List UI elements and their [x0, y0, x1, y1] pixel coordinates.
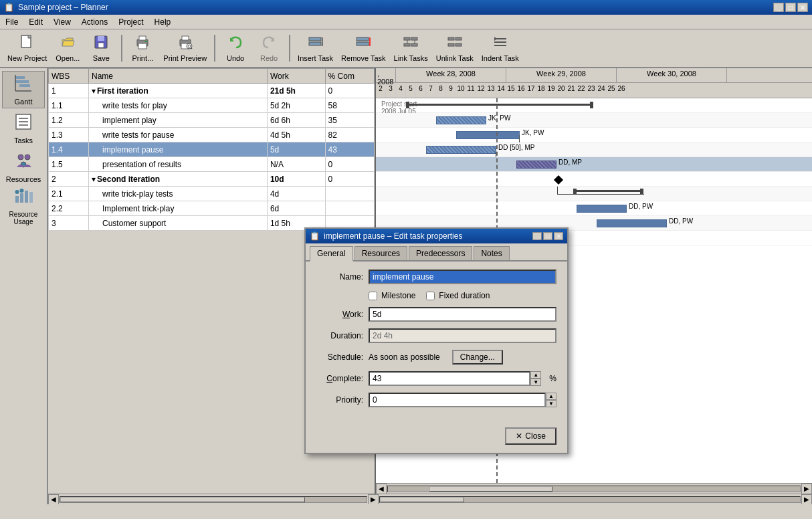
unlink-task-button[interactable]: Unlink Task	[433, 32, 477, 64]
dialog-icon: 📋	[310, 231, 320, 241]
iter2-bar[interactable]	[573, 190, 643, 192]
svg-rect-17	[309, 42, 321, 45]
tab-predecessors[interactable]: Predecessors	[409, 246, 472, 260]
maximize-button[interactable]: □	[785, 3, 796, 12]
scroll-thumb[interactable]	[429, 486, 553, 492]
work-input[interactable]	[369, 307, 556, 322]
print-button[interactable]: Print...	[126, 32, 159, 64]
gantt-week29-header: Week 29, 2008	[506, 68, 617, 82]
scroll-left-button[interactable]: ◀	[376, 484, 387, 494]
task-scroll-thumb[interactable]	[60, 497, 305, 502]
task-scroll-left[interactable]: ◀	[48, 494, 59, 505]
svg-rect-3	[98, 43, 104, 47]
change-button[interactable]: Change...	[452, 350, 503, 365]
horizontal-scrollbar[interactable]: ◀ ▶	[376, 483, 812, 494]
bar-1-2[interactable]	[456, 131, 520, 139]
close-button[interactable]: ✕ Close	[505, 427, 556, 445]
scroll-right-button[interactable]: ▶	[801, 484, 812, 494]
tab-general[interactable]: General	[310, 246, 353, 262]
cell-name-2[interactable]: implement play	[89, 113, 268, 128]
dialog-minimize[interactable]: _	[532, 232, 542, 240]
cell-name-9[interactable]: Customer support	[89, 216, 268, 231]
task-tbody: 1▾First iteration21d 5h01.1 write tests …	[49, 84, 375, 231]
complete-spin-up[interactable]: ▲	[530, 371, 541, 379]
percent-label: %	[549, 374, 556, 383]
cell-name-8[interactable]: Implement trick-play	[89, 201, 268, 216]
gantt-scroll-right[interactable]: ▶	[801, 494, 812, 505]
dialog-content: Name: Milestone Fixed duration Work: Dur…	[306, 262, 567, 422]
cell-work-8: 6d	[267, 201, 325, 216]
minimize-button[interactable]: _	[773, 3, 784, 12]
cell-name-5[interactable]: presentation of results	[89, 157, 268, 172]
menu-actions[interactable]: Actions	[76, 16, 113, 28]
menu-help[interactable]: Help	[149, 16, 177, 28]
priority-spin-up[interactable]: ▲	[546, 393, 556, 400]
gantt-scroll-track[interactable]	[379, 496, 801, 503]
tab-notes[interactable]: Notes	[474, 246, 509, 260]
menu-file[interactable]: File	[0, 16, 23, 28]
cell-name-7[interactable]: write trick-play tests	[89, 187, 268, 201]
fixed-duration-checkbox[interactable]	[426, 292, 435, 300]
print-preview-button[interactable]: Print Preview	[160, 32, 210, 64]
complete-input[interactable]	[369, 371, 530, 386]
open-button[interactable]: Open...	[52, 32, 84, 64]
duration-input[interactable]	[369, 328, 556, 343]
bottom-scrollbar[interactable]: ◀ ▶ ▶	[48, 494, 812, 504]
cell-pct-2: 35	[325, 113, 374, 128]
dialog-title: implement pause – Edit task properties	[324, 231, 462, 241]
redo-button[interactable]: Redo	[253, 32, 285, 64]
cell-name-6[interactable]: ▾Second iteration	[89, 172, 268, 187]
bar-1-3[interactable]	[426, 146, 496, 154]
link-tasks-button[interactable]: Link Tasks	[391, 32, 431, 64]
sidebar-item-resources[interactable]: Resources	[2, 148, 45, 186]
toolbar-separator-3	[289, 35, 290, 62]
cell-name-0[interactable]: ▾First iteration	[89, 84, 268, 98]
undo-button[interactable]: Undo	[219, 32, 251, 64]
dialog-close-x[interactable]: ✕	[554, 232, 563, 240]
schedule-value: As soon as possible	[369, 352, 440, 362]
iteration1-bar[interactable]	[406, 104, 593, 106]
dialog-maximize[interactable]: □	[543, 232, 552, 240]
insert-task-button[interactable]: Insert Task	[294, 32, 336, 64]
resource-usage-icon	[14, 187, 33, 209]
cell-wbs-8: 2.2	[49, 201, 89, 216]
col-work: Work	[267, 69, 325, 84]
menu-project[interactable]: Project	[113, 16, 148, 28]
sidebar-item-gantt[interactable]: Gantt	[2, 71, 45, 108]
cell-pct-1: 58	[325, 98, 374, 113]
menu-view[interactable]: View	[48, 16, 76, 28]
priority-input[interactable]	[369, 393, 546, 407]
sidebar-item-resource-usage[interactable]: Resource Usage	[2, 187, 45, 225]
task-scroll-track[interactable]	[60, 496, 367, 503]
bar-2-1-label: DD, PW	[629, 203, 653, 210]
gantt-scroll-thumb[interactable]	[380, 497, 464, 502]
indent-task-button[interactable]: Indent Task	[478, 32, 522, 64]
bar-2-2[interactable]	[597, 219, 667, 227]
milestone-checkbox[interactable]	[369, 292, 377, 300]
cell-name-4[interactable]: implement pause	[89, 142, 268, 157]
new-project-button[interactable]: New Project	[4, 32, 50, 64]
bar-1-4[interactable]	[516, 161, 556, 169]
close-button[interactable]: ✕	[797, 3, 808, 12]
priority-spin-down[interactable]: ▼	[546, 400, 556, 407]
cell-name-1[interactable]: write tests for play	[89, 98, 268, 113]
remove-task-button[interactable]: Remove Task	[338, 32, 389, 64]
complete-spin-down[interactable]: ▼	[530, 379, 541, 386]
svg-rect-20	[357, 42, 369, 45]
sidebar-item-tasks[interactable]: Tasks	[2, 110, 45, 147]
menu-edit[interactable]: Edit	[23, 16, 48, 28]
conn-h-2	[557, 194, 644, 195]
bar-1-1[interactable]	[436, 116, 486, 124]
name-input[interactable]	[369, 270, 556, 284]
scroll-track[interactable]	[387, 486, 801, 492]
titlebar: 📋 Sample project – Planner _ □ ✕	[0, 0, 812, 15]
bar-2-1[interactable]	[577, 205, 627, 213]
cell-name-3[interactable]: write tests for pause	[89, 128, 268, 142]
complete-row: Complete: ▲ ▼ %	[316, 371, 556, 386]
bar-1-2-label: JK, PW	[522, 129, 544, 136]
complete-label: Complete:	[316, 374, 363, 383]
tab-resources[interactable]: Resources	[354, 246, 407, 260]
checkbox-row: Milestone Fixed duration	[369, 291, 556, 300]
task-scroll-right[interactable]: ▶	[368, 494, 379, 505]
save-button[interactable]: Save	[85, 32, 117, 64]
